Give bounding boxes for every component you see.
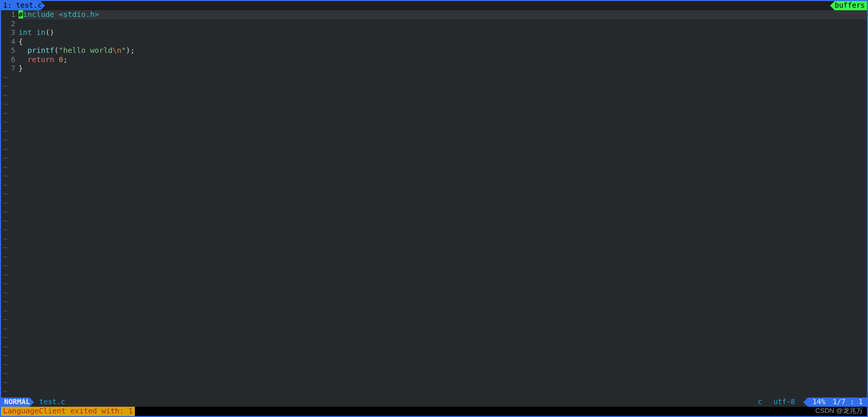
- status-position: 14% 1/7 : 1: [803, 398, 867, 407]
- status-filename: test.c: [34, 398, 71, 407]
- line-number: 5: [1, 46, 15, 55]
- status-percent: 14%: [813, 398, 825, 407]
- editor-window: 1: test.c buffers 1 2 3 4 5 6 7 #include…: [0, 0, 868, 417]
- buffers-tab[interactable]: buffers: [830, 1, 867, 10]
- command-line[interactable]: LanguageClient exited with: 1: [1, 407, 867, 416]
- line-number: 2: [1, 19, 15, 29]
- watermark: CSDN @龙兆万: [815, 406, 863, 415]
- line-number: 1: [1, 10, 15, 19]
- status-encoding: utf-8: [769, 398, 803, 407]
- status-bar: NORMAL test.c c utf-8 14% 1/7 : 1: [1, 398, 867, 407]
- mode-indicator: NORMAL: [1, 398, 34, 407]
- tab-bar: 1: test.c buffers: [1, 1, 867, 10]
- warning-message: LanguageClient exited with: 1: [1, 407, 135, 416]
- line-number: 3: [1, 28, 15, 37]
- line-number: 6: [1, 55, 15, 65]
- tab-file[interactable]: 1: test.c: [1, 1, 45, 10]
- status-line-col: 1/7 : 1: [833, 398, 863, 407]
- status-filetype: c: [752, 398, 768, 407]
- line-number: 7: [1, 64, 15, 73]
- editor-area[interactable]: 1 2 3 4 5 6 7 #include <stdio.h>int in()…: [1, 10, 867, 398]
- line-number: 4: [1, 37, 15, 47]
- code-area[interactable]: #include <stdio.h>int in(){ printf("hell…: [18, 10, 867, 398]
